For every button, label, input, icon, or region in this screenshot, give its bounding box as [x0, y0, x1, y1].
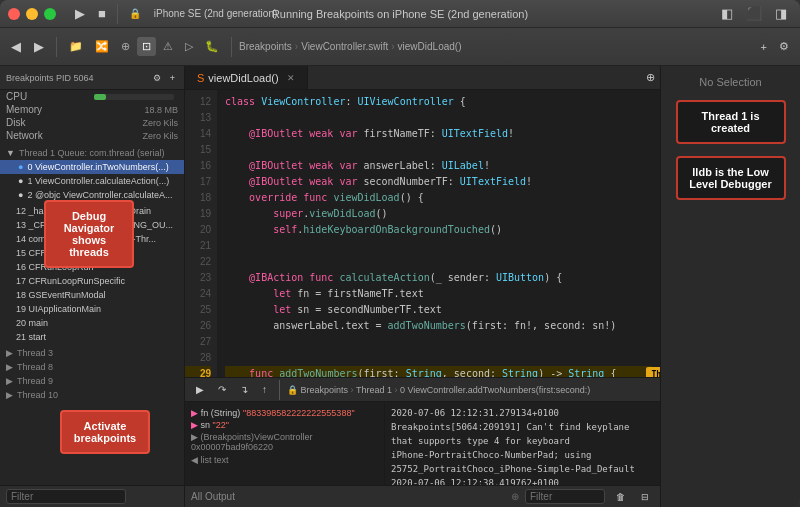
- disk-label: Disk: [6, 117, 25, 128]
- nav-filter-bar: [0, 485, 184, 507]
- inspector-toggle[interactable]: ◨: [770, 3, 792, 24]
- run-button[interactable]: ▶: [70, 3, 90, 24]
- maximize-button[interactable]: [44, 8, 56, 20]
- network-resource: Network Zero Kils: [0, 129, 184, 142]
- nav-icons: ⚙ +: [150, 72, 178, 84]
- thread-21[interactable]: 21 start: [0, 330, 184, 344]
- window-title: Running Breakpoints on iPhone SE (2nd ge…: [272, 8, 528, 20]
- no-selection-label: No Selection: [699, 76, 761, 88]
- thread21-label: 21 start: [16, 332, 46, 342]
- frame1-icon: ●: [18, 176, 23, 186]
- nav-add-btn[interactable]: +: [167, 72, 178, 84]
- thread8-item[interactable]: ▶ Thread 8: [0, 360, 184, 374]
- navigator-toggle[interactable]: ◧: [716, 3, 738, 24]
- code-editor[interactable]: 12 13 14 15 16 17 18 19 20 21 22 23 24 2…: [185, 90, 660, 377]
- breadcrumb-viewcontroller: ViewController.swift: [301, 41, 388, 52]
- symbol-navigator-btn[interactable]: ⊕: [116, 37, 135, 56]
- thread-19[interactable]: 19 UIApplicationMain: [0, 302, 184, 316]
- thread-created-text: Thread 1 is created: [701, 110, 759, 134]
- breakpoint-navigator-btn[interactable]: ⊡: [137, 37, 156, 56]
- debug-toggle[interactable]: ⬛: [741, 3, 767, 24]
- swift-icon: S: [197, 72, 204, 84]
- frame0-label: 0 ViewController.inTwoNumbers(...): [27, 162, 168, 172]
- nav-header: Breakpoints PID 5064 ⚙ +: [0, 66, 184, 90]
- lldb-text: lldb is the Low Level Debugger: [689, 166, 772, 190]
- thread3-label: Thread 3: [17, 348, 53, 358]
- debug-continue-btn[interactable]: ▶: [191, 381, 209, 398]
- breadcrumb-viewdidload: viewDidLoad(): [398, 41, 462, 52]
- debug-step-out-btn[interactable]: ↑: [257, 381, 272, 398]
- folder-navigator-btn[interactable]: 📁: [64, 37, 88, 56]
- breakpoint-badge: Thread 1: breakpoint 1.1: [646, 367, 660, 377]
- frame0-item[interactable]: ● 0 ViewController.inTwoNumbers(...): [0, 160, 184, 174]
- content-area: S viewDidLoad() ✕ ⊕ 12 13 14 15 16 17 18…: [185, 66, 660, 507]
- thread-created-box: Thread 1 is created: [676, 100, 786, 144]
- frame2-icon: ●: [18, 190, 23, 200]
- separator: [117, 4, 118, 24]
- debug-console: 2020-07-06 12:12:31.279134+0100 Breakpoi…: [385, 402, 660, 485]
- title-bar: ▶ ■ 🔒 iPhone SE (2nd generation) Running…: [0, 0, 800, 28]
- issue-navigator-btn[interactable]: ⚠: [158, 37, 178, 56]
- nav-settings-btn[interactable]: ⚙: [150, 72, 164, 84]
- frame1-item[interactable]: ● 1 ViewController.calculateAction(...): [0, 174, 184, 188]
- var-item-vc: ▶ (Breakpoints)ViewController 0x00007bad…: [191, 431, 378, 453]
- debug-variables: ▶ fn (String) "883398582222222555388" ▶ …: [185, 402, 385, 485]
- thread1-triangle: ▼: [6, 148, 15, 158]
- debug-navigator-btn[interactable]: 🐛: [200, 37, 224, 56]
- device-selector[interactable]: iPhone SE (2nd generation): [149, 5, 282, 22]
- nav-filter-input[interactable]: [6, 489, 126, 504]
- debug-split-btn[interactable]: ⊟: [636, 489, 654, 505]
- memory-resource: Memory 18.8 MB: [0, 103, 184, 116]
- debug-trash-btn[interactable]: 🗑: [611, 489, 630, 505]
- activate-breakpoints-annotation: Activate breakpoints: [60, 410, 150, 454]
- thread-20[interactable]: 20 main: [0, 316, 184, 330]
- thread8-label: Thread 8: [17, 362, 53, 372]
- filter-icon: ⊕: [511, 491, 519, 502]
- scheme-button[interactable]: 🔒: [124, 5, 146, 22]
- debug-step-in-btn[interactable]: ↴: [235, 381, 253, 398]
- thread1-header: ▼ Thread 1 Queue: com.thread (serial): [0, 146, 184, 160]
- all-output-label: All Output: [191, 491, 235, 502]
- thread10-item[interactable]: ▶ Thread 10: [0, 388, 184, 402]
- source-control-btn[interactable]: 🔀: [90, 37, 114, 56]
- debug-step-over-btn[interactable]: ↷: [213, 381, 231, 398]
- navigator-icons: 📁 🔀 ⊕ ⊡ ⚠ ▷ 🐛: [64, 37, 224, 56]
- var-extra: ◀ list text: [191, 455, 378, 465]
- var-item-fn: ▶ fn (String) "883398582222222555388": [191, 406, 378, 419]
- add-breakpoint-btn[interactable]: +: [756, 37, 772, 56]
- frame2-label: 2 @objc ViewController.calculateA...: [27, 190, 172, 200]
- frame0-icon: ●: [18, 162, 23, 172]
- thread-18[interactable]: 18 GSEventRunModal: [0, 288, 184, 302]
- thread9-item[interactable]: ▶ Thread 9: [0, 374, 184, 388]
- debug-area: ▶ ↷ ↴ ↑ 🔒 Breakpoints › Thread 1 › 0 Vie…: [185, 377, 660, 507]
- debug-nav-annotation: Debug Navigator shows threads: [44, 200, 134, 268]
- viewdidload-tab[interactable]: S viewDidLoad() ✕: [185, 66, 308, 89]
- close-button[interactable]: [8, 8, 20, 20]
- device-label: iPhone SE (2nd generation): [154, 8, 277, 19]
- frame1-label: 1 ViewController.calculateAction(...): [27, 176, 169, 186]
- open-quickly-btn[interactable]: ⊕: [641, 68, 660, 87]
- debug-filter-input[interactable]: [525, 489, 605, 504]
- tab-bar: S viewDidLoad() ✕ ⊕: [185, 66, 660, 90]
- thread17-label: 17 CFRunLoopRunSpecific: [16, 276, 125, 286]
- forward-button[interactable]: ▶: [29, 36, 49, 57]
- console-output: 2020-07-06 12:12:31.279134+0100 Breakpoi…: [391, 406, 654, 485]
- network-value: Zero Kils: [142, 131, 178, 141]
- close-tab-icon[interactable]: ✕: [287, 73, 295, 83]
- filter-btn[interactable]: ⚙: [774, 37, 794, 56]
- memory-label: Memory: [6, 104, 42, 115]
- thread1-label: Thread 1 Queue: com.thread (serial): [19, 148, 165, 158]
- cpu-resource: CPU: [0, 90, 184, 103]
- thread-17[interactable]: 17 CFRunLoopRunSpecific: [0, 274, 184, 288]
- test-navigator-btn[interactable]: ▷: [180, 37, 198, 56]
- var-item-sn: ▶ sn "22": [191, 419, 378, 431]
- thread20-label: 20 main: [16, 318, 48, 328]
- thread18-label: 18 GSEventRunModal: [16, 290, 106, 300]
- thread3-item[interactable]: ▶ Thread 3: [0, 346, 184, 360]
- stop-button[interactable]: ■: [93, 3, 111, 24]
- back-button[interactable]: ◀: [6, 36, 26, 57]
- minimize-button[interactable]: [26, 8, 38, 20]
- toolbar-sep1: [56, 37, 57, 57]
- scheme-icon: 🔒: [129, 8, 141, 19]
- thread19-label: 19 UIApplicationMain: [16, 304, 101, 314]
